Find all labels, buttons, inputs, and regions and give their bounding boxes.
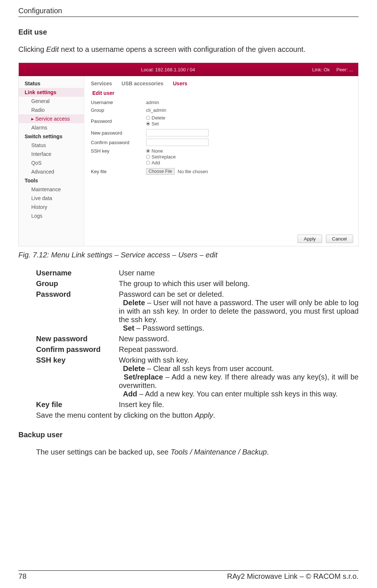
sidebar-item[interactable]: Alarms [19,123,84,132]
radio-pw-set[interactable]: Set [146,121,159,126]
tab[interactable]: USB accessories [122,81,164,86]
definition-row: New passwordNew password. [36,335,359,343]
row-username: Username admin [91,100,352,105]
sidebar-item[interactable]: QoS [19,158,84,167]
tab[interactable]: Users [173,81,187,86]
radio-dot-icon [146,116,150,120]
definition-term: Group [36,279,119,288]
form-buttons: Apply Cancel [298,235,353,243]
label-newpassword: New password [91,130,146,136]
sidebar-item[interactable]: Maintenance [19,185,84,194]
sidebar-item[interactable]: Link settings [19,88,84,97]
tab[interactable]: Services [91,81,112,86]
definition-desc: Working with ssh key. Delete – Clear all… [119,356,359,398]
input-newpassword[interactable] [146,129,209,136]
definition-row: Confirm passwordRepeat password. [36,345,359,354]
definitions-list: UsernameUser nameGroupThe group to which… [36,269,359,409]
definition-desc: Repeat password. [119,345,359,354]
radio-ssh-none[interactable]: None [146,148,163,154]
intro-post: next to a username opens a screen with c… [59,45,305,53]
input-confirmpassword[interactable] [146,139,209,146]
definition-bold: Delete [123,299,145,307]
screenshot-figure: Local: 192.168.1.100 / 04 Link: Ok Peer:… [18,63,359,246]
definition-text: Working with ssh key. [119,356,189,364]
sidebar-item[interactable]: Switch settings [19,132,84,141]
tabs-row: ServicesUSB accessoriesUsers [91,81,352,86]
choose-file-button[interactable]: Choose File [146,168,175,175]
definition-term: Password [36,290,119,332]
label-keyfile: Key file [91,169,146,174]
save-pre: Save the menu content by clicking on the… [36,411,195,419]
definition-term: Username [36,269,119,277]
apply-button[interactable]: Apply [298,235,322,243]
sidebar-item[interactable]: Advanced [19,167,84,176]
radio-pw-delete[interactable]: Delete [146,115,166,121]
definition-row: SSH keyWorking with ssh key. Delete – Cl… [36,356,359,398]
sidebar-item[interactable]: Interface [19,150,84,158]
radio-dot-icon [146,155,150,159]
sidebar-item[interactable]: History [19,203,84,211]
topbar-right: Link: Ok Peer: ... [312,67,353,72]
label-password: Password [91,118,146,124]
sidebar-item[interactable]: Status [19,141,84,150]
radio-dot-checked-icon [146,149,150,153]
sidebar-item[interactable]: ▸ Service access [19,114,84,123]
definition-desc: The group to which this user will belong… [119,279,359,288]
value-username: admin [146,100,159,105]
form-section-title: Edit user [92,90,352,96]
definition-term: Key file [36,400,119,409]
row-confirmpassword: Confirm password [91,139,352,146]
cancel-button[interactable]: Cancel [326,235,353,243]
save-em: Apply [195,411,213,419]
definition-row: Key fileInsert key file. [36,400,359,409]
sidebar-item[interactable]: Logs [19,211,84,220]
sidebar-item[interactable]: Live data [19,194,84,203]
definition-desc: Password can be set or deleted. Delete –… [119,290,359,332]
sidebar-item[interactable]: Radio [19,106,84,114]
sidebar: StatusLink settingsGeneralRadio▸ Service… [19,76,84,246]
definition-text: – User will not have a password. The use… [119,299,359,324]
no-file-text: No file chosen [178,169,208,174]
row-sshkey: SSH key None Set/replace Add [91,148,352,166]
backup-em: Tools / Maintenance / Backup [171,448,267,456]
definition-text: Repeat password. [119,345,178,353]
backup-pre: The user settings can be backed up, see [36,448,171,456]
radio-ssh-setreplace[interactable]: Set/replace [146,154,176,160]
save-note: Save the menu content by clicking on the… [36,411,359,420]
label-username: Username [91,100,146,105]
definition-desc: New password. [119,335,359,343]
definition-desc: User name [119,269,359,277]
definition-row: GroupThe group to which this user will b… [36,279,359,288]
row-group: Group cli_admin [91,107,352,113]
definition-row: UsernameUser name [36,269,359,277]
definition-bold: Delete [123,364,145,373]
definition-desc: Insert key file. [119,400,359,409]
definition-row: PasswordPassword can be set or deleted. … [36,290,359,332]
figure-caption: Fig. 7.12: Menu Link settings – Service … [18,251,359,259]
definition-text: The group to which this user will belong… [119,279,250,288]
label-sshkey: SSH key [91,148,146,154]
radio-ssh-setreplace-label: Set/replace [152,154,176,160]
save-post: . [213,411,215,419]
sidebar-item[interactable]: Status [19,79,84,88]
app-topbar: Local: 192.168.1.100 / 04 Link: Ok Peer:… [19,63,358,76]
definition-bold: Set/replace [124,373,163,381]
radio-dot-checked-icon [146,122,150,126]
row-password: Password Delete Set [91,115,352,127]
section-backup-user-title: Backup user [18,431,359,439]
intro-pre: Clicking [18,45,46,53]
definition-text: Insert key file. [119,400,164,409]
sidebar-item[interactable]: General [19,97,84,106]
definition-text: – Password settings. [134,324,204,332]
sidebar-item[interactable]: Tools [19,176,84,185]
definition-text: User name [119,269,155,277]
radio-ssh-add[interactable]: Add [146,160,160,165]
radio-ssh-none-label: None [152,148,163,154]
radio-ssh-add-label: Add [152,160,160,165]
content-area: ServicesUSB accessoriesUsers Edit user U… [84,76,358,246]
definition-term: New password [36,335,119,343]
row-keyfile: Key file Choose File No file chosen [91,168,352,175]
topbar-peer: Peer: ... [336,67,353,72]
topbar-link: Link: Ok [312,67,330,72]
value-group: cli_admin [146,107,166,113]
